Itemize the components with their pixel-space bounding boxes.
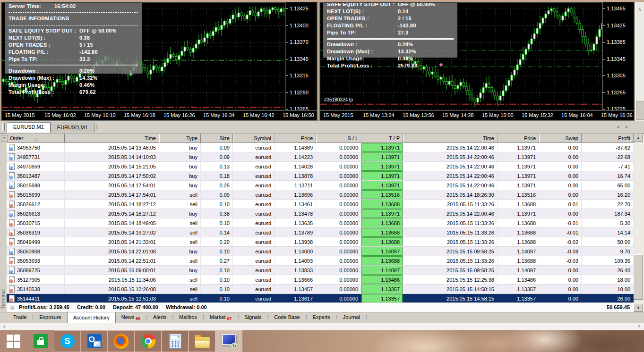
chart-tab-2[interactable]: EURUSD,M1 bbox=[51, 123, 94, 132]
cell-type: sell bbox=[159, 294, 201, 303]
remote-desktop-taskbar-button[interactable]: ↻ bbox=[215, 330, 242, 352]
column-header-price[interactable]: Price bbox=[275, 134, 316, 143]
table-scroll-down-icon[interactable]: ▼ bbox=[634, 304, 643, 312]
cell-profit: -5.30 bbox=[582, 218, 634, 228]
table-row[interactable]: 350307152015.05.14 18:49:05sell0.10eurus… bbox=[7, 218, 634, 228]
tab-account-history[interactable]: Account History bbox=[67, 312, 116, 323]
tab-scroll-right-icon[interactable]: ► bbox=[625, 125, 634, 129]
cell-symbol: eurusd bbox=[233, 209, 275, 218]
chart-plot-left[interactable]: Server Time:16:54:02TRADE INFORMATIONSSA… bbox=[2, 3, 285, 110]
price-tick: 1.13400 bbox=[290, 23, 309, 28]
cell-time: 2015.05.14 17:50:02 bbox=[65, 171, 159, 181]
column-header-size[interactable]: Size bbox=[201, 134, 233, 143]
column-header-profit[interactable]: Profit bbox=[582, 134, 634, 143]
chart-plot-right[interactable]: #35180324 tp SAFE EQUITY STOP OUT :OFF @… bbox=[320, 3, 602, 110]
cell-sl: 0.00000 bbox=[316, 294, 361, 303]
tab-mailbox[interactable]: Mailbox bbox=[173, 312, 203, 323]
tab-exposure[interactable]: Exposure bbox=[34, 312, 67, 323]
overlay-row: Total Profit/Loss :679.62 bbox=[9, 89, 138, 96]
tab-news[interactable]: News99 bbox=[116, 312, 146, 323]
cell-swap: -0.01 bbox=[539, 200, 582, 209]
scroll-up-icon[interactable]: ˄ bbox=[635, 7, 644, 12]
cell-size: 0.09 bbox=[201, 152, 233, 162]
column-header-order[interactable]: Order△ bbox=[7, 134, 65, 143]
terminal-side-label: Terminal bbox=[0, 289, 7, 309]
start-taskbar-button[interactable] bbox=[0, 330, 27, 352]
overlay-row: Drawdown :0.28% bbox=[9, 67, 138, 75]
table-row[interactable]: 349577312015.05.14 14:10:03buy0.09eurusd… bbox=[7, 152, 634, 162]
table-row[interactable]: 349706592015.05.14 15:21:05buy0.13eurusd… bbox=[7, 162, 634, 171]
cell-symbol: eurusd bbox=[233, 247, 275, 256]
cell-swap: 0.00 bbox=[539, 162, 582, 171]
chart-tab-1[interactable]: EURUSD,M1 bbox=[7, 122, 51, 133]
cell-tp: 1.13971 bbox=[361, 143, 403, 152]
table-row[interactable]: 350897252015.05.15 09:00:01buy0.10eurusd… bbox=[7, 266, 634, 275]
toolbar-grip[interactable] bbox=[2, 123, 5, 131]
cell-time: 2015.05.15 14:58:15 bbox=[403, 294, 498, 303]
outlook-taskbar-button[interactable] bbox=[81, 330, 108, 352]
time-axis-left: 15 May 201515 May 16:0215 May 16:1015 Ma… bbox=[2, 110, 317, 120]
column-header-type[interactable]: Type bbox=[159, 134, 201, 143]
table-row[interactable]: 349537502015.05.14 13:48:05buy0.09eurusd… bbox=[7, 143, 634, 152]
tab-market[interactable]: Market67 bbox=[204, 312, 238, 323]
table-row[interactable]: 351444112015.05.15 12:51:03sell0.10eurus… bbox=[7, 294, 634, 303]
remote-desktop-icon: ↻ bbox=[221, 334, 237, 349]
tab-code-base[interactable]: Code Base bbox=[268, 312, 305, 323]
cell-size: 0.20 bbox=[201, 237, 233, 247]
cell-price: 1.13971 bbox=[498, 181, 539, 190]
column-header-price[interactable]: Price bbox=[498, 134, 539, 143]
table-scroll-thumb[interactable] bbox=[634, 254, 643, 300]
column-header-time[interactable]: Time bbox=[65, 134, 159, 143]
column-header-swap[interactable]: Swap bbox=[539, 134, 582, 143]
summary-item: Withdrawal: 0.00 bbox=[166, 304, 207, 310]
table-row[interactable]: 351405382015.05.15 12:26:08sell0.10eurus… bbox=[7, 285, 634, 294]
table-row[interactable]: 350509082015.05.14 22:01:08buy0.10eurusd… bbox=[7, 247, 634, 256]
column-header-sl[interactable]: S / L bbox=[316, 134, 361, 143]
tab-trade[interactable]: Trade bbox=[8, 312, 32, 323]
table-vertical-scrollbar[interactable]: ▲ ▼ bbox=[634, 134, 644, 312]
table-row[interactable]: 350536932015.05.14 22:51:01sell0.27eurus… bbox=[7, 256, 634, 266]
cell-type: sell bbox=[159, 275, 201, 285]
cell-size: 0.09 bbox=[201, 143, 233, 152]
table-row[interactable]: 350156992015.05.14 17:54:01sell0.09eurus… bbox=[7, 190, 634, 200]
column-header-symbol[interactable]: Symbol bbox=[233, 134, 275, 143]
overlay-value: 0.14 bbox=[398, 8, 408, 15]
cell-swap: 0.00 bbox=[539, 190, 582, 200]
close-terminal-icon[interactable]: × bbox=[1, 135, 8, 142]
table-row[interactable]: 350494992015.05.14 21:33:01sell0.20eurus… bbox=[7, 237, 634, 247]
chart-window-left[interactable]: Server Time:16:54:02TRADE INFORMATIONSSA… bbox=[1, 2, 318, 121]
tab-journal[interactable]: Journal bbox=[337, 312, 366, 323]
column-header-time[interactable]: Time bbox=[403, 134, 498, 143]
collapse-down-icon[interactable]: ˅ bbox=[637, 323, 640, 330]
scroll-thumb[interactable] bbox=[636, 101, 644, 120]
calculator-taskbar-button[interactable] bbox=[162, 330, 189, 352]
collapse-left-icon[interactable]: ‹ bbox=[3, 323, 5, 330]
order-sell-icon bbox=[9, 201, 15, 208]
charts-vertical-scrollbar[interactable]: ˄ bbox=[635, 2, 644, 122]
table-scroll-up-icon[interactable]: ▲ bbox=[634, 134, 643, 142]
tab-experts[interactable]: Experts bbox=[307, 312, 336, 323]
overlay-row: Pips To TP:27.3 bbox=[327, 29, 454, 36]
table-row[interactable]: 351279052015.05.15 11:34:06sell0.10eurus… bbox=[7, 275, 634, 285]
overlay-value: 33.3 bbox=[79, 56, 90, 63]
table-row[interactable]: 350156982015.05.14 17:54:01buy0.25eurusd… bbox=[7, 181, 634, 190]
firefox-taskbar-button[interactable] bbox=[108, 330, 135, 352]
skype-taskbar-button[interactable] bbox=[54, 330, 81, 352]
tab-signals[interactable]: Signals bbox=[239, 312, 267, 323]
chart-window-right[interactable]: #35180324 tp SAFE EQUITY STOP OUT :OFF @… bbox=[319, 2, 635, 121]
table-row[interactable]: 350266132015.05.14 18:27:12buy0.38eurusd… bbox=[7, 209, 634, 218]
chrome-taskbar-button[interactable] bbox=[135, 330, 162, 352]
tab-scroll-left-icon[interactable]: ◄ bbox=[616, 125, 625, 129]
cell-time: 2015.05.15 12:26:08 bbox=[65, 285, 159, 294]
cell-size: 0.27 bbox=[201, 256, 233, 266]
table-row[interactable]: 350134872015.05.14 17:50:02buy0.18eurusd… bbox=[7, 171, 634, 181]
overlay-label: Margin Usage: bbox=[9, 82, 45, 88]
cell-price: 1.13971 bbox=[498, 171, 539, 181]
column-header-tp[interactable]: T / P bbox=[361, 134, 403, 143]
store-taskbar-button[interactable] bbox=[27, 330, 54, 352]
tab-alerts[interactable]: Alerts bbox=[147, 312, 172, 323]
file-explorer-taskbar-button[interactable] bbox=[189, 330, 215, 352]
table-row[interactable]: 350363192015.05.14 19:27:02sell0.14eurus… bbox=[7, 228, 634, 237]
cell-swap: -0.01 bbox=[539, 218, 582, 228]
table-row[interactable]: 350266122015.05.14 18:27:12sell0.10eurus… bbox=[7, 200, 634, 209]
